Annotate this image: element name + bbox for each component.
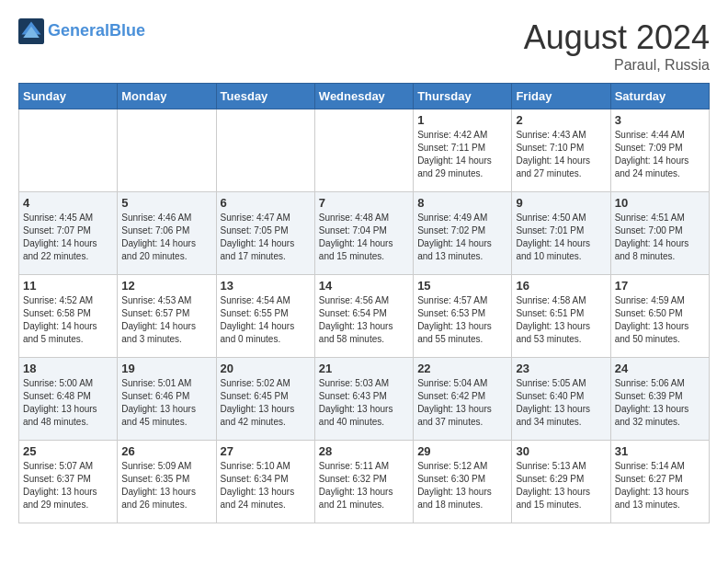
day-number: 14 bbox=[319, 279, 409, 293]
day-number: 31 bbox=[615, 444, 705, 458]
day-number: 21 bbox=[319, 362, 409, 375]
day-number: 27 bbox=[221, 444, 311, 458]
day-number: 24 bbox=[615, 362, 705, 375]
calendar-cell: 13Sunrise: 4:54 AM Sunset: 6:55 PM Dayli… bbox=[216, 275, 314, 358]
calendar-cell: 22Sunrise: 5:04 AM Sunset: 6:42 PM Dayli… bbox=[414, 358, 512, 441]
calendar-cell: 15Sunrise: 4:57 AM Sunset: 6:53 PM Dayli… bbox=[414, 275, 512, 358]
day-number: 19 bbox=[121, 362, 211, 375]
cell-content: Sunrise: 5:00 AM Sunset: 6:48 PM Dayligh… bbox=[23, 377, 113, 429]
calendar-cell: 20Sunrise: 5:02 AM Sunset: 6:45 PM Dayli… bbox=[216, 358, 314, 441]
day-number: 10 bbox=[615, 196, 705, 210]
cell-content: Sunrise: 4:59 AM Sunset: 6:50 PM Dayligh… bbox=[615, 294, 705, 346]
calendar-week-row: 25Sunrise: 5:07 AM Sunset: 6:37 PM Dayli… bbox=[19, 441, 710, 523]
cell-content: Sunrise: 5:10 AM Sunset: 6:34 PM Dayligh… bbox=[221, 460, 311, 511]
day-number: 23 bbox=[516, 362, 606, 375]
day-number: 25 bbox=[23, 444, 113, 458]
cell-content: Sunrise: 5:13 AM Sunset: 6:29 PM Dayligh… bbox=[516, 460, 606, 511]
day-number: 4 bbox=[23, 196, 113, 210]
cell-content: Sunrise: 4:47 AM Sunset: 7:05 PM Dayligh… bbox=[221, 212, 311, 263]
calendar-cell: 18Sunrise: 5:00 AM Sunset: 6:48 PM Dayli… bbox=[19, 358, 118, 441]
logo-icon bbox=[18, 18, 44, 44]
day-number: 20 bbox=[221, 362, 311, 375]
cell-content: Sunrise: 4:49 AM Sunset: 7:02 PM Dayligh… bbox=[417, 212, 507, 263]
cell-content: Sunrise: 4:51 AM Sunset: 7:00 PM Dayligh… bbox=[615, 212, 705, 263]
day-number: 11 bbox=[23, 279, 113, 293]
cell-content: Sunrise: 5:05 AM Sunset: 6:40 PM Dayligh… bbox=[516, 377, 606, 429]
calendar-cell bbox=[118, 109, 216, 192]
day-number: 5 bbox=[121, 196, 211, 210]
logo-line1: General bbox=[48, 21, 109, 40]
calendar-cell: 16Sunrise: 4:58 AM Sunset: 6:51 PM Dayli… bbox=[512, 275, 610, 358]
day-number: 30 bbox=[516, 444, 606, 458]
calendar-cell: 23Sunrise: 5:05 AM Sunset: 6:40 PM Dayli… bbox=[512, 358, 610, 441]
weekday-header: Tuesday bbox=[216, 84, 314, 109]
weekday-header-row: SundayMondayTuesdayWednesdayThursdayFrid… bbox=[19, 84, 710, 109]
calendar-cell: 3Sunrise: 4:44 AM Sunset: 7:09 PM Daylig… bbox=[610, 109, 709, 192]
day-number: 1 bbox=[417, 113, 507, 127]
calendar-week-row: 18Sunrise: 5:00 AM Sunset: 6:48 PM Dayli… bbox=[19, 358, 710, 441]
calendar-cell: 11Sunrise: 4:52 AM Sunset: 6:58 PM Dayli… bbox=[19, 275, 118, 358]
calendar-cell bbox=[19, 109, 118, 192]
cell-content: Sunrise: 4:53 AM Sunset: 6:57 PM Dayligh… bbox=[121, 294, 211, 346]
calendar-cell: 28Sunrise: 5:11 AM Sunset: 6:32 PM Dayli… bbox=[314, 441, 413, 523]
cell-content: Sunrise: 4:52 AM Sunset: 6:58 PM Dayligh… bbox=[23, 294, 113, 346]
weekday-header: Monday bbox=[118, 84, 216, 109]
cell-content: Sunrise: 4:56 AM Sunset: 6:54 PM Dayligh… bbox=[319, 294, 409, 346]
cell-content: Sunrise: 5:11 AM Sunset: 6:32 PM Dayligh… bbox=[319, 460, 409, 511]
cell-content: Sunrise: 4:57 AM Sunset: 6:53 PM Dayligh… bbox=[417, 294, 507, 346]
cell-content: Sunrise: 5:09 AM Sunset: 6:35 PM Dayligh… bbox=[121, 460, 211, 511]
calendar-week-row: 1Sunrise: 4:42 AM Sunset: 7:11 PM Daylig… bbox=[19, 109, 710, 192]
weekday-header: Sunday bbox=[19, 84, 118, 109]
logo-line2: Blue bbox=[109, 21, 145, 40]
cell-content: Sunrise: 5:04 AM Sunset: 6:42 PM Dayligh… bbox=[417, 377, 507, 429]
calendar-week-row: 4Sunrise: 4:45 AM Sunset: 7:07 PM Daylig… bbox=[19, 192, 710, 275]
calendar-cell: 27Sunrise: 5:10 AM Sunset: 6:34 PM Dayli… bbox=[216, 441, 314, 523]
day-number: 3 bbox=[615, 113, 705, 127]
calendar-cell: 7Sunrise: 4:48 AM Sunset: 7:04 PM Daylig… bbox=[314, 192, 413, 275]
calendar-cell: 4Sunrise: 4:45 AM Sunset: 7:07 PM Daylig… bbox=[19, 192, 118, 275]
cell-content: Sunrise: 4:45 AM Sunset: 7:07 PM Dayligh… bbox=[23, 212, 113, 263]
cell-content: Sunrise: 4:42 AM Sunset: 7:11 PM Dayligh… bbox=[417, 129, 507, 180]
calendar-cell: 10Sunrise: 4:51 AM Sunset: 7:00 PM Dayli… bbox=[610, 192, 709, 275]
cell-content: Sunrise: 4:48 AM Sunset: 7:04 PM Dayligh… bbox=[319, 212, 409, 263]
title-block: August 2024 Paraul, Russia bbox=[524, 18, 710, 74]
calendar-cell: 1Sunrise: 4:42 AM Sunset: 7:11 PM Daylig… bbox=[414, 109, 512, 192]
page-header: GeneralBlue August 2024 Paraul, Russia bbox=[18, 18, 710, 74]
calendar-cell: 9Sunrise: 4:50 AM Sunset: 7:01 PM Daylig… bbox=[512, 192, 610, 275]
calendar-cell: 19Sunrise: 5:01 AM Sunset: 6:46 PM Dayli… bbox=[118, 358, 216, 441]
calendar-cell: 31Sunrise: 5:14 AM Sunset: 6:27 PM Dayli… bbox=[610, 441, 709, 523]
cell-content: Sunrise: 5:07 AM Sunset: 6:37 PM Dayligh… bbox=[23, 460, 113, 511]
day-number: 13 bbox=[221, 279, 311, 293]
cell-content: Sunrise: 4:50 AM Sunset: 7:01 PM Dayligh… bbox=[516, 212, 606, 263]
calendar-cell: 21Sunrise: 5:03 AM Sunset: 6:43 PM Dayli… bbox=[314, 358, 413, 441]
calendar-cell: 26Sunrise: 5:09 AM Sunset: 6:35 PM Dayli… bbox=[118, 441, 216, 523]
calendar-cell: 29Sunrise: 5:12 AM Sunset: 6:30 PM Dayli… bbox=[414, 441, 512, 523]
calendar-table: SundayMondayTuesdayWednesdayThursdayFrid… bbox=[18, 83, 710, 523]
day-number: 2 bbox=[516, 113, 606, 127]
cell-content: Sunrise: 5:02 AM Sunset: 6:45 PM Dayligh… bbox=[221, 377, 311, 429]
day-number: 26 bbox=[121, 444, 211, 458]
calendar-cell: 14Sunrise: 4:56 AM Sunset: 6:54 PM Dayli… bbox=[314, 275, 413, 358]
weekday-header: Friday bbox=[512, 84, 610, 109]
location: Paraul, Russia bbox=[524, 57, 710, 74]
cell-content: Sunrise: 4:54 AM Sunset: 6:55 PM Dayligh… bbox=[221, 294, 311, 346]
cell-content: Sunrise: 4:43 AM Sunset: 7:10 PM Dayligh… bbox=[516, 129, 606, 180]
calendar-cell: 24Sunrise: 5:06 AM Sunset: 6:39 PM Dayli… bbox=[610, 358, 709, 441]
day-number: 9 bbox=[516, 196, 606, 210]
calendar-week-row: 11Sunrise: 4:52 AM Sunset: 6:58 PM Dayli… bbox=[19, 275, 710, 358]
weekday-header: Saturday bbox=[610, 84, 709, 109]
cell-content: Sunrise: 4:58 AM Sunset: 6:51 PM Dayligh… bbox=[516, 294, 606, 346]
cell-content: Sunrise: 5:06 AM Sunset: 6:39 PM Dayligh… bbox=[615, 377, 705, 429]
day-number: 15 bbox=[417, 279, 507, 293]
day-number: 28 bbox=[319, 444, 409, 458]
cell-content: Sunrise: 5:01 AM Sunset: 6:46 PM Dayligh… bbox=[121, 377, 211, 429]
day-number: 6 bbox=[221, 196, 311, 210]
day-number: 18 bbox=[23, 362, 113, 375]
cell-content: Sunrise: 4:44 AM Sunset: 7:09 PM Dayligh… bbox=[615, 129, 705, 180]
day-number: 22 bbox=[417, 362, 507, 375]
month-year: August 2024 bbox=[524, 18, 710, 57]
calendar-cell: 2Sunrise: 4:43 AM Sunset: 7:10 PM Daylig… bbox=[512, 109, 610, 192]
day-number: 29 bbox=[417, 444, 507, 458]
cell-content: Sunrise: 5:14 AM Sunset: 6:27 PM Dayligh… bbox=[615, 460, 705, 511]
calendar-cell: 30Sunrise: 5:13 AM Sunset: 6:29 PM Dayli… bbox=[512, 441, 610, 523]
